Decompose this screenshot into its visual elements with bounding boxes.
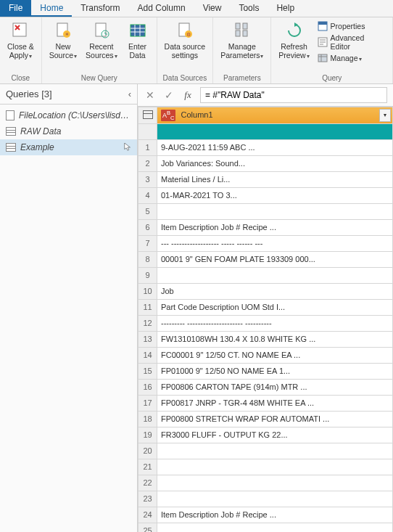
column-dropdown-icon[interactable]: ▾: [379, 109, 391, 122]
table-row[interactable]: 16 FP00806 CARTON TAPE (914m) MTR ...: [138, 379, 393, 395]
row-number[interactable]: 15: [138, 363, 157, 379]
table-row[interactable]: 800001 9" GEN FOAM PLATE 193309 000...: [138, 251, 393, 267]
table-row[interactable]: 5: [138, 203, 393, 219]
cell[interactable]: [157, 203, 393, 219]
formula-input[interactable]: [200, 87, 387, 103]
menu-help[interactable]: Help: [268, 0, 303, 17]
query-item-example[interactable]: Example: [0, 139, 137, 155]
cell[interactable]: Job Variances: Sound...: [157, 155, 393, 171]
row-number[interactable]: 24: [138, 507, 157, 523]
fx-icon[interactable]: fx: [181, 89, 194, 102]
cell[interactable]: --------- --------------------- --------…: [157, 315, 393, 331]
properties-button[interactable]: Properties: [315, 20, 388, 32]
row-number[interactable]: 9: [138, 267, 157, 283]
cell[interactable]: [157, 523, 393, 532]
cell[interactable]: 00001 9" GEN FOAM PLATE 193309 000...: [157, 251, 393, 267]
data-grid[interactable]: ABC Column1 ▾ 19-AUG-2021 11:59 ABC ...2: [138, 107, 393, 532]
row-number[interactable]: 23: [138, 491, 157, 507]
menu-home[interactable]: Home: [31, 0, 72, 17]
row-number[interactable]: 20: [138, 443, 157, 459]
table-row[interactable]: 15 FP01000 9" 12/50 NO NAME EA 1...: [138, 363, 393, 379]
row-number[interactable]: 22: [138, 475, 157, 491]
new-source-button[interactable]: ✶ New Source: [45, 19, 81, 62]
refresh-preview-button[interactable]: Refresh Preview: [274, 19, 313, 62]
row-number[interactable]: 2: [138, 155, 157, 171]
cell[interactable]: [157, 443, 393, 459]
formula-cancel-icon[interactable]: ✕: [144, 89, 157, 102]
table-row[interactable]: 19-AUG-2021 11:59 ABC ...: [138, 139, 393, 155]
row-number[interactable]: 8: [138, 251, 157, 267]
row-number[interactable]: 11: [138, 299, 157, 315]
menu-file[interactable]: File: [0, 0, 31, 17]
row-number[interactable]: 13: [138, 331, 157, 347]
table-row[interactable]: 13 FW1310108WH 130.4 X 10.8 WHITE KG ...: [138, 331, 393, 347]
menu-view[interactable]: View: [194, 0, 231, 17]
row-number[interactable]: 1: [138, 139, 157, 155]
row-number[interactable]: 18: [138, 411, 157, 427]
table-row[interactable]: 23: [138, 491, 393, 507]
row-number[interactable]: 25: [138, 523, 157, 532]
table-row[interactable]: 10 Job: [138, 283, 393, 299]
collapse-queries-icon[interactable]: ‹: [128, 89, 131, 99]
cell[interactable]: --- ------------------ ----- ------ ---: [157, 235, 393, 251]
row-number[interactable]: 14: [138, 347, 157, 363]
row-number[interactable]: 19: [138, 427, 157, 443]
table-row[interactable]: 21: [138, 459, 393, 475]
cell[interactable]: Item Description Job # Recipe ...: [157, 507, 393, 523]
manage-parameters-button[interactable]: Manage Parameters: [216, 19, 268, 62]
row-number[interactable]: 16: [138, 379, 157, 395]
cell[interactable]: FP00817 JNRP - TGR-4 48M WHITE EA ...: [157, 395, 393, 411]
table-corner[interactable]: [138, 107, 157, 124]
table-row[interactable]: 3 Material Lines / Li...: [138, 171, 393, 187]
manage-button[interactable]: Manage: [315, 52, 388, 64]
table-row[interactable]: 17 FP00817 JNRP - TGR-4 48M WHITE EA ...: [138, 395, 393, 411]
formula-accept-icon[interactable]: ✓: [162, 89, 175, 102]
table-row[interactable]: 18 FP00800 STRETCH WRAP FOR AUTOMATI ...: [138, 411, 393, 427]
table-row[interactable]: 19 FR3000 FLUFF - OUTPUT KG 22...: [138, 427, 393, 443]
table-row[interactable]: 24Item Description Job # Recipe ...: [138, 507, 393, 523]
cell[interactable]: Part Code Description UOM Std I...: [157, 299, 393, 315]
table-row[interactable]: 25: [138, 523, 393, 532]
table-row[interactable]: 2 Job Variances: Sound...: [138, 155, 393, 171]
cell[interactable]: Item Description Job # Recipe ...: [157, 219, 393, 235]
row-number[interactable]: 7: [138, 235, 157, 251]
cell[interactable]: Material Lines / Li...: [157, 171, 393, 187]
table-row[interactable]: 14 FC00001 9" 12/50 CT. NO NAME EA ...: [138, 347, 393, 363]
row-number[interactable]: 12: [138, 315, 157, 331]
table-row[interactable]: 7--- ------------------ ----- ------ ---: [138, 235, 393, 251]
cell[interactable]: [157, 475, 393, 491]
data-source-settings-button[interactable]: ⚙ Data source settings: [160, 19, 210, 61]
enter-data-button[interactable]: Enter Data: [122, 19, 154, 61]
row-number[interactable]: 6: [138, 219, 157, 235]
row-number[interactable]: 17: [138, 395, 157, 411]
cell[interactable]: FP00806 CARTON TAPE (914m) MTR ...: [157, 379, 393, 395]
table-row[interactable]: 9: [138, 267, 393, 283]
cell[interactable]: [157, 491, 393, 507]
table-row[interactable]: 22: [138, 475, 393, 491]
cell[interactable]: 9-AUG-2021 11:59 ABC ...: [157, 139, 393, 155]
cell[interactable]: [157, 267, 393, 283]
query-item-filelocation[interactable]: FileLocation (C:\Users\lisde...: [0, 107, 137, 123]
menu-tools[interactable]: Tools: [230, 0, 268, 17]
row-number[interactable]: 21: [138, 459, 157, 475]
row-number[interactable]: 5: [138, 203, 157, 219]
cell[interactable]: FP00800 STRETCH WRAP FOR AUTOMATI ...: [157, 411, 393, 427]
row-number[interactable]: 4: [138, 187, 157, 203]
cell[interactable]: FC00001 9" 12/50 CT. NO NAME EA ...: [157, 347, 393, 363]
cell[interactable]: 01-MAR-2021 TO 3...: [157, 187, 393, 203]
advanced-editor-button[interactable]: Advanced Editor: [315, 33, 388, 52]
column-header-column1[interactable]: ABC Column1 ▾: [157, 107, 393, 124]
table-row[interactable]: 20: [138, 443, 393, 459]
menu-add-column[interactable]: Add Column: [129, 0, 194, 17]
cell[interactable]: FR3000 FLUFF - OUTPUT KG 22...: [157, 427, 393, 443]
table-row[interactable]: 12 --------- --------------------- -----…: [138, 315, 393, 331]
cell[interactable]: [157, 459, 393, 475]
recent-sources-button[interactable]: Recent Sources: [81, 19, 122, 62]
menu-transform[interactable]: Transform: [72, 0, 128, 17]
row-number[interactable]: 10: [138, 283, 157, 299]
close-apply-button[interactable]: Close & Apply: [3, 19, 38, 62]
table-row[interactable]: 6Item Description Job # Recipe ...: [138, 219, 393, 235]
row-number[interactable]: 3: [138, 171, 157, 187]
cell[interactable]: Job: [157, 283, 393, 299]
table-row[interactable]: 4 01-MAR-2021 TO 3...: [138, 187, 393, 203]
